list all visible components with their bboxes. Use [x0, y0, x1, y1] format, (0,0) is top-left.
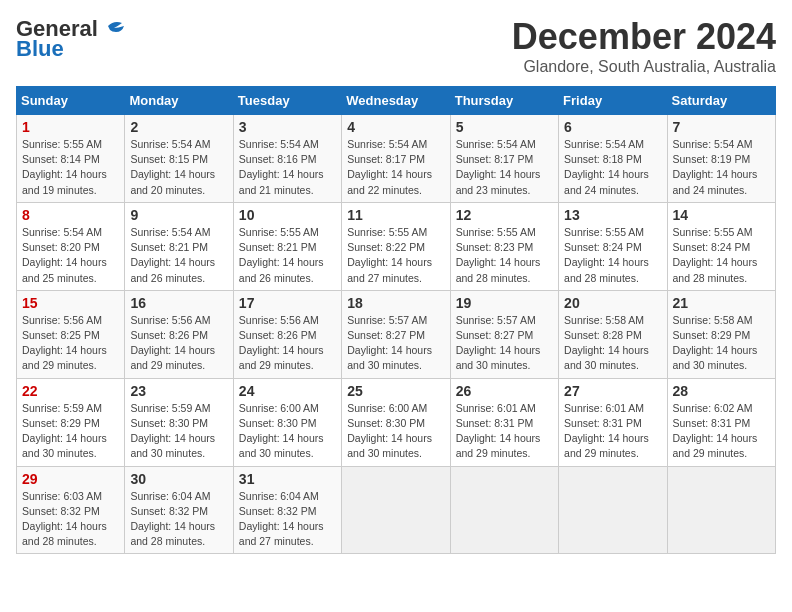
day-detail: Sunrise: 5:57 AMSunset: 8:27 PMDaylight:…	[347, 314, 432, 372]
calendar-cell: 15Sunrise: 5:56 AMSunset: 8:25 PMDayligh…	[17, 290, 125, 378]
day-number: 8	[22, 207, 119, 223]
calendar-cell: 12Sunrise: 5:55 AMSunset: 8:23 PMDayligh…	[450, 202, 558, 290]
calendar-cell: 19Sunrise: 5:57 AMSunset: 8:27 PMDayligh…	[450, 290, 558, 378]
day-number: 6	[564, 119, 661, 135]
calendar-cell	[450, 466, 558, 554]
weekday-header-monday: Monday	[125, 87, 233, 115]
day-number: 11	[347, 207, 444, 223]
calendar-cell: 31Sunrise: 6:04 AMSunset: 8:32 PMDayligh…	[233, 466, 341, 554]
day-detail: Sunrise: 5:54 AMSunset: 8:16 PMDaylight:…	[239, 138, 324, 196]
day-number: 25	[347, 383, 444, 399]
day-detail: Sunrise: 5:55 AMSunset: 8:23 PMDaylight:…	[456, 226, 541, 284]
day-number: 9	[130, 207, 227, 223]
day-number: 14	[673, 207, 770, 223]
day-number: 13	[564, 207, 661, 223]
calendar-cell: 17Sunrise: 5:56 AMSunset: 8:26 PMDayligh…	[233, 290, 341, 378]
calendar-cell: 16Sunrise: 5:56 AMSunset: 8:26 PMDayligh…	[125, 290, 233, 378]
calendar-cell: 8Sunrise: 5:54 AMSunset: 8:20 PMDaylight…	[17, 202, 125, 290]
calendar-cell: 21Sunrise: 5:58 AMSunset: 8:29 PMDayligh…	[667, 290, 775, 378]
calendar-cell: 20Sunrise: 5:58 AMSunset: 8:28 PMDayligh…	[559, 290, 667, 378]
calendar-cell: 3Sunrise: 5:54 AMSunset: 8:16 PMDaylight…	[233, 115, 341, 203]
day-detail: Sunrise: 5:54 AMSunset: 8:19 PMDaylight:…	[673, 138, 758, 196]
day-number: 29	[22, 471, 119, 487]
day-detail: Sunrise: 6:04 AMSunset: 8:32 PMDaylight:…	[239, 490, 324, 548]
calendar-cell: 24Sunrise: 6:00 AMSunset: 8:30 PMDayligh…	[233, 378, 341, 466]
logo-bird-icon	[100, 18, 128, 40]
day-number: 27	[564, 383, 661, 399]
calendar-cell	[559, 466, 667, 554]
day-number: 2	[130, 119, 227, 135]
day-number: 12	[456, 207, 553, 223]
day-detail: Sunrise: 5:55 AMSunset: 8:14 PMDaylight:…	[22, 138, 107, 196]
day-number: 31	[239, 471, 336, 487]
logo: General Blue	[16, 16, 128, 62]
day-number: 3	[239, 119, 336, 135]
calendar-cell	[342, 466, 450, 554]
weekday-header-tuesday: Tuesday	[233, 87, 341, 115]
day-number: 5	[456, 119, 553, 135]
calendar-cell: 7Sunrise: 5:54 AMSunset: 8:19 PMDaylight…	[667, 115, 775, 203]
day-detail: Sunrise: 5:55 AMSunset: 8:24 PMDaylight:…	[564, 226, 649, 284]
day-number: 20	[564, 295, 661, 311]
day-number: 7	[673, 119, 770, 135]
day-number: 1	[22, 119, 119, 135]
day-detail: Sunrise: 5:55 AMSunset: 8:24 PMDaylight:…	[673, 226, 758, 284]
calendar-cell: 11Sunrise: 5:55 AMSunset: 8:22 PMDayligh…	[342, 202, 450, 290]
day-detail: Sunrise: 6:04 AMSunset: 8:32 PMDaylight:…	[130, 490, 215, 548]
day-number: 30	[130, 471, 227, 487]
day-detail: Sunrise: 6:01 AMSunset: 8:31 PMDaylight:…	[456, 402, 541, 460]
day-detail: Sunrise: 5:54 AMSunset: 8:17 PMDaylight:…	[456, 138, 541, 196]
calendar-cell: 18Sunrise: 5:57 AMSunset: 8:27 PMDayligh…	[342, 290, 450, 378]
calendar-table: SundayMondayTuesdayWednesdayThursdayFrid…	[16, 86, 776, 554]
calendar-cell: 13Sunrise: 5:55 AMSunset: 8:24 PMDayligh…	[559, 202, 667, 290]
day-detail: Sunrise: 6:03 AMSunset: 8:32 PMDaylight:…	[22, 490, 107, 548]
day-number: 21	[673, 295, 770, 311]
day-number: 23	[130, 383, 227, 399]
day-detail: Sunrise: 6:00 AMSunset: 8:30 PMDaylight:…	[347, 402, 432, 460]
day-detail: Sunrise: 5:55 AMSunset: 8:21 PMDaylight:…	[239, 226, 324, 284]
calendar-week-row: 15Sunrise: 5:56 AMSunset: 8:25 PMDayligh…	[17, 290, 776, 378]
day-detail: Sunrise: 5:54 AMSunset: 8:20 PMDaylight:…	[22, 226, 107, 284]
day-detail: Sunrise: 5:56 AMSunset: 8:26 PMDaylight:…	[130, 314, 215, 372]
weekday-header-friday: Friday	[559, 87, 667, 115]
day-detail: Sunrise: 5:59 AMSunset: 8:29 PMDaylight:…	[22, 402, 107, 460]
weekday-header-wednesday: Wednesday	[342, 87, 450, 115]
calendar-cell: 29Sunrise: 6:03 AMSunset: 8:32 PMDayligh…	[17, 466, 125, 554]
calendar-cell: 22Sunrise: 5:59 AMSunset: 8:29 PMDayligh…	[17, 378, 125, 466]
weekday-header-sunday: Sunday	[17, 87, 125, 115]
calendar-cell: 9Sunrise: 5:54 AMSunset: 8:21 PMDaylight…	[125, 202, 233, 290]
calendar-cell	[667, 466, 775, 554]
day-number: 15	[22, 295, 119, 311]
day-detail: Sunrise: 5:54 AMSunset: 8:17 PMDaylight:…	[347, 138, 432, 196]
calendar-cell: 2Sunrise: 5:54 AMSunset: 8:15 PMDaylight…	[125, 115, 233, 203]
calendar-cell: 26Sunrise: 6:01 AMSunset: 8:31 PMDayligh…	[450, 378, 558, 466]
calendar-cell: 6Sunrise: 5:54 AMSunset: 8:18 PMDaylight…	[559, 115, 667, 203]
month-year-title: December 2024	[512, 16, 776, 58]
page-header: General Blue December 2024 Glandore, Sou…	[16, 16, 776, 76]
day-number: 24	[239, 383, 336, 399]
day-number: 26	[456, 383, 553, 399]
day-number: 17	[239, 295, 336, 311]
day-detail: Sunrise: 5:57 AMSunset: 8:27 PMDaylight:…	[456, 314, 541, 372]
day-detail: Sunrise: 5:56 AMSunset: 8:25 PMDaylight:…	[22, 314, 107, 372]
day-number: 22	[22, 383, 119, 399]
day-detail: Sunrise: 5:59 AMSunset: 8:30 PMDaylight:…	[130, 402, 215, 460]
day-detail: Sunrise: 5:54 AMSunset: 8:18 PMDaylight:…	[564, 138, 649, 196]
day-detail: Sunrise: 6:02 AMSunset: 8:31 PMDaylight:…	[673, 402, 758, 460]
logo-blue: Blue	[16, 36, 64, 62]
calendar-week-row: 8Sunrise: 5:54 AMSunset: 8:20 PMDaylight…	[17, 202, 776, 290]
calendar-cell: 28Sunrise: 6:02 AMSunset: 8:31 PMDayligh…	[667, 378, 775, 466]
calendar-week-row: 29Sunrise: 6:03 AMSunset: 8:32 PMDayligh…	[17, 466, 776, 554]
day-number: 10	[239, 207, 336, 223]
day-detail: Sunrise: 6:01 AMSunset: 8:31 PMDaylight:…	[564, 402, 649, 460]
calendar-cell: 10Sunrise: 5:55 AMSunset: 8:21 PMDayligh…	[233, 202, 341, 290]
calendar-cell: 1Sunrise: 5:55 AMSunset: 8:14 PMDaylight…	[17, 115, 125, 203]
calendar-week-row: 1Sunrise: 5:55 AMSunset: 8:14 PMDaylight…	[17, 115, 776, 203]
calendar-cell: 30Sunrise: 6:04 AMSunset: 8:32 PMDayligh…	[125, 466, 233, 554]
day-detail: Sunrise: 5:55 AMSunset: 8:22 PMDaylight:…	[347, 226, 432, 284]
day-detail: Sunrise: 5:54 AMSunset: 8:15 PMDaylight:…	[130, 138, 215, 196]
weekday-header-row: SundayMondayTuesdayWednesdayThursdayFrid…	[17, 87, 776, 115]
day-detail: Sunrise: 5:54 AMSunset: 8:21 PMDaylight:…	[130, 226, 215, 284]
day-number: 19	[456, 295, 553, 311]
day-detail: Sunrise: 5:56 AMSunset: 8:26 PMDaylight:…	[239, 314, 324, 372]
